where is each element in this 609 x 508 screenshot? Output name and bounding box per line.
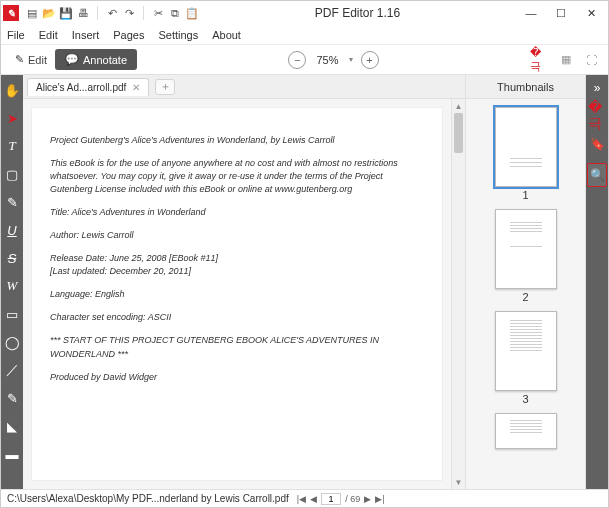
underline-tool-icon[interactable]: U <box>3 221 21 239</box>
first-page-icon[interactable]: |◀ <box>297 494 306 504</box>
menu-edit[interactable]: Edit <box>39 29 58 41</box>
doc-line: Title: Alice's Adventures in Wonderland <box>50 206 424 219</box>
line-tool-icon[interactable]: ／ <box>3 361 21 379</box>
bookmark-icon[interactable]: 🔖 <box>588 135 606 153</box>
comment-icon: 💬 <box>65 53 79 66</box>
document-tab[interactable]: Alice's Ad...arroll.pdf ✕ <box>27 78 149 96</box>
tab-bar: Alice's Ad...arroll.pdf ✕ ＋ <box>23 75 465 99</box>
thumbnail-label: 2 <box>522 291 528 303</box>
tab-label: Alice's Ad...arroll.pdf <box>36 82 126 93</box>
titlebar: ✎ ▤ 📂 💾 🖶 ↶ ↷ ✂ ⧉ 📋 PDF Editor 1.16 — ☐ … <box>1 1 608 25</box>
redact-tool-icon[interactable]: ▬ <box>3 445 21 463</box>
thumbnail-label: 1 <box>522 189 528 201</box>
doc-line: Project Gutenberg's Alice's Adventures i… <box>50 134 424 147</box>
doc-line: Character set encoding: ASCII <box>50 311 424 324</box>
prev-page-icon[interactable]: ◀ <box>310 494 317 504</box>
strikeout-tool-icon[interactable]: S <box>3 249 21 267</box>
page-content: Project Gutenberg's Alice's Adventures i… <box>31 107 443 481</box>
page-total: / 69 <box>345 494 360 504</box>
tool-sidebar: ✋ ➤ T ▢ ✎ U S W ▭ ◯ ／ ✎ ◣ ▬ <box>1 75 23 489</box>
pencil-tool-icon[interactable]: ✎ <box>3 193 21 211</box>
thumbnail-page[interactable] <box>495 413 557 449</box>
thumbnail-label: 3 <box>522 393 528 405</box>
zoom-dropdown-icon[interactable]: ▾ <box>349 55 353 64</box>
scroll-down-icon[interactable]: ▼ <box>452 475 465 489</box>
rectangle-tool-icon[interactable]: ▭ <box>3 305 21 323</box>
right-sidebar: » �극 🔖 🔍 <box>586 75 608 489</box>
document-area: Alice's Ad...arroll.pdf ✕ ＋ Project Gute… <box>23 75 466 489</box>
ellipse-tool-icon[interactable]: ◯ <box>3 333 21 351</box>
redo-icon[interactable]: ↷ <box>122 6 136 20</box>
cut-icon[interactable]: ✂ <box>151 6 165 20</box>
select-tool-icon[interactable]: ➤ <box>3 109 21 127</box>
file-path: C:\Users\Alexa\Desktop\My PDF...nderland… <box>7 493 289 504</box>
minimize-button[interactable]: — <box>516 2 546 24</box>
highlight-tool-icon[interactable]: ✎ <box>3 389 21 407</box>
zoom-value[interactable]: 75% <box>314 54 340 66</box>
fit-page-icon[interactable]: �극 <box>588 107 606 125</box>
menu-pages[interactable]: Pages <box>113 29 144 41</box>
menu-insert[interactable]: Insert <box>72 29 100 41</box>
thumbnail-page[interactable] <box>495 107 557 187</box>
grid-view-icon[interactable]: ▦ <box>556 53 576 67</box>
undo-icon[interactable]: ↶ <box>105 6 119 20</box>
menu-settings[interactable]: Settings <box>158 29 198 41</box>
doc-line: Author: Lewis Carroll <box>50 229 424 242</box>
zoom-in-button[interactable]: + <box>361 51 379 69</box>
tab-close-icon[interactable]: ✕ <box>132 82 140 93</box>
zoom-out-button[interactable]: − <box>288 51 306 69</box>
app-icon: ✎ <box>3 5 19 21</box>
open-icon[interactable]: 📂 <box>42 6 56 20</box>
menubar: File Edit Insert Pages Settings About <box>1 25 608 45</box>
document-viewport[interactable]: Project Gutenberg's Alice's Adventures i… <box>23 99 451 489</box>
fullscreen-icon[interactable]: ⛶ <box>582 53 602 67</box>
edit-mode-button[interactable]: ✎ Edit <box>7 50 55 69</box>
close-button[interactable]: ✕ <box>576 2 606 24</box>
copy-icon[interactable]: ⧉ <box>168 6 182 20</box>
doc-line: [Last updated: December 20, 2011] <box>50 265 424 278</box>
paste-icon[interactable]: 📋 <box>185 6 199 20</box>
scroll-thumb[interactable] <box>454 113 463 153</box>
search-icon[interactable]: 🔍 <box>587 163 607 187</box>
eraser-tool-icon[interactable]: ◣ <box>3 417 21 435</box>
doc-line: Language: English <box>50 288 424 301</box>
maximize-button[interactable]: ☐ <box>546 2 576 24</box>
window-title: PDF Editor 1.16 <box>199 6 516 20</box>
thumbnails-panel: Thumbnails 1 2 3 <box>466 75 586 489</box>
zoom-control: − 75% ▾ + <box>288 51 378 69</box>
hand-tool-icon[interactable]: ✋ <box>3 81 21 99</box>
scroll-up-icon[interactable]: ▲ <box>452 99 465 113</box>
page-navigator: |◀ ◀ / 69 ▶ ▶| <box>297 493 385 505</box>
toolbar: ✎ Edit 💬 Annotate − 75% ▾ + �극 ▦ ⛶ <box>1 45 608 75</box>
tab-add-button[interactable]: ＋ <box>155 79 175 95</box>
image-tool-icon[interactable]: ▢ <box>3 165 21 183</box>
main-area: ✋ ➤ T ▢ ✎ U S W ▭ ◯ ／ ✎ ◣ ▬ Alice's Ad..… <box>1 75 608 489</box>
status-bar: C:\Users\Alexa\Desktop\My PDF...nderland… <box>1 489 608 507</box>
print-icon[interactable]: 🖶 <box>76 6 90 20</box>
edit-label: Edit <box>28 54 47 66</box>
menu-about[interactable]: About <box>212 29 241 41</box>
text-tool-icon[interactable]: T <box>3 137 21 155</box>
thumbnail-page[interactable] <box>495 209 557 289</box>
page-input[interactable] <box>321 493 341 505</box>
vertical-scrollbar[interactable]: ▲ ▼ <box>451 99 465 489</box>
doc-line: *** START OF THIS PROJECT GUTENBERG EBOO… <box>50 334 424 360</box>
pencil-icon: ✎ <box>15 53 24 66</box>
separator <box>97 6 98 20</box>
annotate-mode-button[interactable]: 💬 Annotate <box>55 49 137 70</box>
thumbnails-title: Thumbnails <box>466 75 585 99</box>
fit-width-icon[interactable]: �극 <box>530 53 550 67</box>
last-page-icon[interactable]: ▶| <box>375 494 384 504</box>
next-page-icon[interactable]: ▶ <box>364 494 371 504</box>
squiggly-tool-icon[interactable]: W <box>3 277 21 295</box>
save-icon[interactable]: 💾 <box>59 6 73 20</box>
separator <box>143 6 144 20</box>
doc-line: Release Date: June 25, 2008 [EBook #11] <box>50 252 424 265</box>
doc-line: This eBook is for the use of anyone anyw… <box>50 157 424 196</box>
menu-file[interactable]: File <box>7 29 25 41</box>
doc-line: Produced by David Widger <box>50 371 424 384</box>
collapse-panel-icon[interactable]: » <box>588 79 606 97</box>
new-icon[interactable]: ▤ <box>25 6 39 20</box>
thumbnail-page[interactable] <box>495 311 557 391</box>
annotate-label: Annotate <box>83 54 127 66</box>
